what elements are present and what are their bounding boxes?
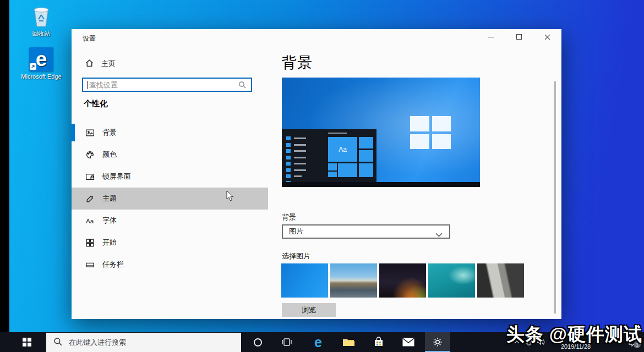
preview-aa-tile: Aa — [328, 137, 357, 162]
sidebar-home-label: 主页 — [101, 59, 116, 69]
task-view-button[interactable] — [274, 332, 299, 352]
desktop-icon-label: Microsoft Edge — [19, 73, 63, 80]
desktop-icon-microsoft-edge[interactable]: e Microsoft Edge — [19, 47, 63, 80]
sidebar-item-themes[interactable]: 主题 — [72, 188, 268, 210]
sidebar-item-label: 背景 — [102, 128, 117, 138]
wallpaper-thumbnail-win10-default[interactable] — [281, 263, 328, 298]
desktop-icon-label: 回收站 — [19, 30, 63, 38]
background-type-label: 背景 — [282, 212, 296, 222]
sidebar-item-colors[interactable]: 颜色 — [72, 144, 268, 166]
palette-icon — [85, 150, 95, 160]
cortana-icon — [254, 338, 262, 346]
chevron-down-icon — [435, 230, 443, 239]
cortana-button[interactable] — [245, 332, 270, 352]
microsoft-store-button[interactable] — [366, 332, 391, 352]
video-letterbox — [0, 0, 9, 352]
sidebar-item-label: 主题 — [102, 194, 117, 204]
sidebar-section-header: 个性化 — [84, 98, 108, 109]
theme-brush-icon — [85, 194, 95, 204]
microsoft-store-icon — [373, 337, 384, 348]
background-image-icon — [85, 128, 95, 138]
sidebar-item-start[interactable]: 开始 — [72, 232, 268, 254]
browse-button[interactable]: 浏览 — [282, 303, 336, 317]
preview-taskbar — [282, 182, 480, 187]
sidebar-item-label: 字体 — [102, 216, 117, 226]
maximize-button[interactable] — [510, 30, 528, 43]
preview-start-menu: Aa — [282, 129, 376, 182]
sidebar-item-background[interactable]: 背景 — [72, 122, 268, 144]
sidebar-nav: 背景 颜色 锁屏界面 主题 Aa 字体 — [72, 122, 268, 276]
wallpaper-thumbnail-night-sky[interactable] — [379, 263, 426, 298]
sidebar-item-fonts[interactable]: Aa 字体 — [72, 210, 268, 232]
dropdown-selected-value: 图片 — [289, 227, 303, 237]
page-title: 背景 — [282, 53, 313, 73]
wallpaper-thumbnail-ocean[interactable] — [428, 263, 475, 298]
window-title: 设置 — [83, 34, 96, 43]
taskbar-rect-icon — [85, 260, 95, 270]
gear-icon — [432, 337, 443, 348]
sidebar-item-label: 任务栏 — [102, 260, 124, 270]
home-icon — [85, 58, 94, 69]
mail-button[interactable] — [396, 332, 421, 352]
task-view-icon — [281, 338, 292, 346]
watermark-text: 头条 @硬件测试 — [506, 322, 642, 347]
edge-icon: e — [314, 336, 322, 349]
edge-taskbar-button[interactable]: e — [305, 332, 331, 352]
background-preview-image: Aa — [282, 78, 480, 187]
wallpaper-thumbnails — [281, 263, 524, 298]
file-explorer-icon — [342, 337, 354, 347]
start-grid-icon — [85, 238, 95, 248]
search-icon — [53, 337, 62, 348]
file-explorer-button[interactable] — [336, 332, 361, 352]
settings-window: 设置 主页 个性化 背景 颜色 — [72, 29, 561, 319]
settings-search-box[interactable] — [82, 78, 252, 92]
vertical-scrollbar[interactable] — [554, 81, 556, 314]
sidebar-item-label: 颜色 — [102, 150, 117, 160]
lock-screen-icon — [85, 172, 95, 182]
start-button[interactable] — [10, 332, 44, 352]
sidebar-item-label: 锁屏界面 — [102, 172, 131, 182]
windows-start-icon — [23, 338, 31, 346]
recycle-bin-icon — [19, 3, 63, 29]
close-icon — [544, 34, 550, 40]
sidebar-item-home[interactable]: 主页 — [80, 55, 190, 73]
svg-text:Aa: Aa — [86, 217, 94, 224]
search-icon — [238, 81, 246, 89]
taskbar-search-box[interactable] — [46, 333, 241, 352]
mouse-cursor — [226, 190, 235, 205]
taskbar-search-input[interactable] — [68, 338, 241, 347]
sidebar-item-lock-screen[interactable]: 锁屏界面 — [72, 166, 268, 188]
windows-logo-icon — [410, 116, 451, 149]
mail-icon — [402, 338, 414, 346]
sidebar-item-label: 开始 — [102, 238, 117, 248]
desktop-icon-recycle-bin[interactable]: 回收站 — [19, 3, 63, 38]
close-button[interactable] — [538, 30, 556, 43]
choose-picture-label: 选择图片 — [282, 251, 310, 261]
minimize-icon — [488, 37, 494, 37]
settings-search-input[interactable] — [88, 80, 238, 90]
minimize-button[interactable] — [481, 30, 500, 43]
maximize-icon — [516, 34, 522, 40]
wallpaper-thumbnail-beach[interactable] — [330, 263, 377, 298]
wallpaper-thumbnail-cliff[interactable] — [477, 263, 524, 298]
settings-taskbar-button[interactable] — [425, 332, 450, 352]
sidebar-item-taskbar[interactable]: 任务栏 — [72, 254, 268, 276]
edge-logo-icon: e — [29, 47, 53, 72]
background-type-dropdown[interactable]: 图片 — [282, 224, 450, 239]
shortcut-arrow-icon — [30, 63, 36, 71]
fonts-icon: Aa — [85, 216, 95, 226]
